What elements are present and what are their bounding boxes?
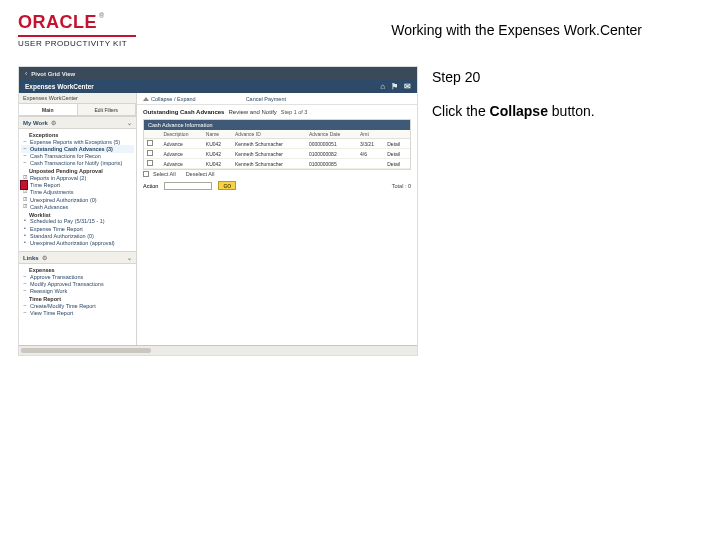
sidebar-link[interactable]: –Create/Modify Time Report [21,302,134,309]
col-advid: Advance ID [232,130,306,139]
section-label: My Work [23,120,48,126]
sidebar-tab-main[interactable]: Main [19,104,78,115]
action-input[interactable] [164,182,212,190]
col-extra [384,130,410,139]
section-label: Links [23,255,39,261]
table-row[interactable]: Advance KU042 Kenneth Schumacher 0100000… [144,159,410,169]
collapse-link[interactable]: Collapse / Expand [143,96,196,102]
sidebar-item-selected[interactable]: –Outstanding Cash Advances (3) [21,145,134,152]
action-row: Action GO Total : 0 [137,178,417,193]
back-icon[interactable]: ‹ [25,70,27,77]
action-label: Action [143,183,158,189]
sidebar-item[interactable]: ☑Time Adjustments [21,189,134,196]
gear-icon[interactable]: ⚙ [51,119,56,126]
app-screenshot: ‹ Pivot Grid View Expenses WorkCenter ⌂ … [18,66,418,356]
sidebar-link[interactable]: –Reassign Work [21,288,134,295]
instruction-suffix: button. [548,103,595,119]
sidebar-item[interactable]: –Cash Transactions for Recon [21,153,134,160]
step-number: Step 20 [432,68,702,88]
chat-icon[interactable]: ✉ [404,82,411,91]
section-toggle-icon[interactable]: ⌄ [127,119,132,126]
instruction-text: Click the Collapse button. [432,102,702,122]
collapse-icon [143,97,149,101]
cash-advance-table: Description Name Advance ID Advance Date… [144,130,410,169]
collapse-button-highlight[interactable] [20,180,28,190]
sidebar-item[interactable]: –Cash Transactions for Notify (imports) [21,160,134,167]
cancel-payment-link[interactable]: Cancel Payment [246,96,286,102]
col-name: Name [203,130,232,139]
breadcrumb-bar: ‹ Pivot Grid View [19,67,417,80]
table-row[interactable]: Advance KU042 Kenneth Schumacher 0000000… [144,139,410,149]
col-desc: Description [160,130,202,139]
sidebar-tabs: Main Edit Filters [19,104,136,116]
sidebar-group-exceptions: Exceptions [21,131,134,138]
horizontal-scrollbar[interactable] [19,345,417,355]
col-advdate: Advance Date [306,130,357,139]
breadcrumb-title: Pivot Grid View [31,71,75,77]
sidebar-mywork-body: Exceptions –Expense Reports with Excepti… [19,129,136,251]
sidebar: Expenses WorkCenter Main Edit Filters My… [19,93,137,345]
app-header: Expenses WorkCenter ⌂ ⚑ ✉ [19,80,417,93]
row-checkbox[interactable] [147,160,153,166]
row-checkbox[interactable] [147,140,153,146]
sidebar-item[interactable]: ☑Cash Advances [21,204,134,211]
select-all-row: Select All Deselect All [137,170,417,178]
sidebar-item[interactable]: ☑Unexpired Authorization (0) [21,196,134,203]
section-toggle-icon[interactable]: ⌄ [127,254,132,261]
go-button[interactable]: GO [218,181,236,190]
sidebar-link[interactable]: –Approve Transactions [21,273,134,280]
col-check [144,130,160,139]
col-amt: Amt [357,130,384,139]
table-row[interactable]: Advance KU042 Kenneth Schumacher 0100000… [144,149,410,159]
sidebar-links-group1: Expenses [21,266,134,273]
brand-name: ORACLE [18,12,97,33]
sidebar-item[interactable]: ☑Reports in Approval (2) [21,174,134,181]
home-icon[interactable]: ⌂ [380,82,385,91]
instruction-column: Step 20 Click the Collapse button. [432,66,702,356]
table-header-row: Description Name Advance ID Advance Date… [144,130,410,139]
scrollbar-thumb[interactable] [21,348,151,353]
sidebar-section-mywork[interactable]: My Work ⚙ ⌄ [19,116,136,129]
main-title: Outstanding Cash Advances [143,109,224,115]
total-label: Total : 0 [392,183,411,189]
gear-icon[interactable]: ⚙ [42,254,47,261]
instruction-prefix: Click the [432,103,490,119]
instruction-bold: Collapse [490,103,548,119]
main-step: Step 1 of 3 [281,109,308,115]
flag-icon[interactable]: ⚑ [391,82,398,91]
main-subheader: Collapse / Expand Cancel Payment [137,93,417,105]
sidebar-link[interactable]: –Modify Approved Transactions [21,280,134,287]
select-all-label[interactable]: Select All [153,171,176,177]
sidebar-item[interactable]: •Standard Authorization (0) [21,232,134,239]
sidebar-section-links[interactable]: Links ⚙ ⌄ [19,251,136,264]
sidebar-group-approvals: Unposted Pending Approval [21,167,134,174]
sidebar-item[interactable]: –Expense Reports with Exceptions (5) [21,138,134,145]
main-title-row: Outstanding Cash Advances Review and Not… [137,105,417,117]
select-all-checkbox[interactable] [143,171,149,177]
sidebar-links-body: Expenses –Approve Transactions –Modify A… [19,264,136,321]
brand-tm: ® [99,12,105,19]
brand-subtitle: USER PRODUCTIVITY KIT [18,35,136,48]
doc-title: Working with the Expenses Work.Center [391,12,702,38]
sidebar-item[interactable]: •Scheduled to Pay (5/31/15 - 1) [21,218,134,225]
row-checkbox[interactable] [147,150,153,156]
deselect-all-label[interactable]: Deselect All [186,171,215,177]
sidebar-link[interactable]: –View Time Report [21,309,134,316]
sidebar-tab-filters[interactable]: Edit Filters [78,104,137,115]
panel-header: Cash Advance Information [144,120,410,130]
sidebar-header: Expenses WorkCenter [19,93,136,104]
app-header-title: Expenses WorkCenter [25,83,94,90]
brand-block: ORACLE ® USER PRODUCTIVITY KIT [18,12,136,48]
main-area: Collapse / Expand Cancel Payment Outstan… [137,93,417,345]
sidebar-item[interactable]: •Unexpired Authorization (approval) [21,240,134,247]
sidebar-item[interactable]: •Expense Time Report [21,225,134,232]
sidebar-item[interactable]: ☑Time Report [21,182,134,189]
sidebar-links-group2: Time Report [21,295,134,302]
main-subtitle: Review and Notify [228,109,276,115]
sidebar-group-worklist: Worklist [21,211,134,218]
brand-logo: ORACLE ® [18,12,136,33]
cash-advance-panel: Cash Advance Information Description Nam… [143,119,411,170]
